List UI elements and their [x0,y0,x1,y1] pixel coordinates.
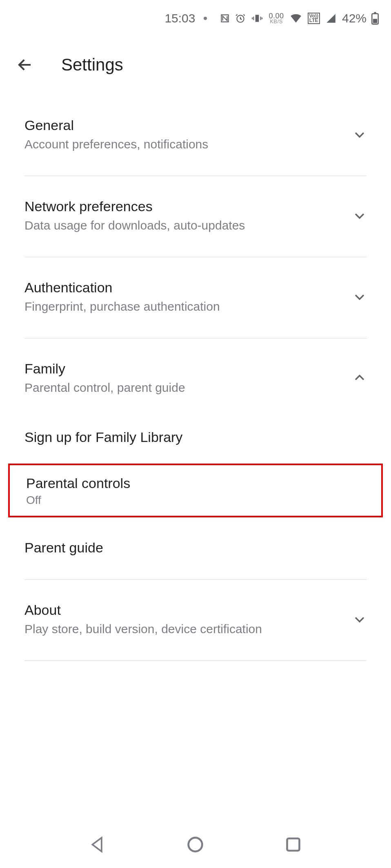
cell-signal-icon [325,13,337,24]
volte-bottom: LTE [309,18,318,23]
item-subtitle: Data usage for downloads, auto-updates [24,219,353,232]
settings-item-network[interactable]: Network preferences Data usage for downl… [24,176,367,257]
sub-item-family-library[interactable]: Sign up for Family Library [24,411,367,464]
data-speed-unit: KB/S [270,19,283,24]
item-subtitle: Parental control, parent guide [24,381,353,395]
nav-back-icon[interactable] [89,835,107,854]
status-bar: 15:03 0.00 KB/S Vo)) LTE 42% [0,0,391,37]
alarm-icon [235,13,246,24]
settings-item-authentication[interactable]: Authentication Fingerprint, purchase aut… [24,257,367,338]
chevron-down-icon [353,128,367,141]
chevron-down-icon [353,290,367,304]
item-title: Family [24,361,353,377]
settings-text: Authentication Fingerprint, purchase aut… [24,280,353,314]
data-speed-indicator: 0.00 KB/S [269,13,284,24]
settings-item-family[interactable]: Family Parental control, parent guide [24,338,367,411]
vibrate-icon [251,13,264,24]
nfc-icon [220,13,230,24]
chevron-down-icon [353,612,367,626]
item-title: About [24,602,353,618]
sub-item-title: Parental controls [26,475,365,491]
battery-percentage: 42% [342,11,367,25]
settings-text: Network preferences Data usage for downl… [24,199,353,232]
item-title: Network preferences [24,199,353,214]
item-subtitle: Fingerprint, purchase authentication [24,300,353,314]
wifi-icon [289,13,303,24]
svg-rect-1 [255,15,259,22]
item-subtitle: Play store, build version, device certif… [24,622,353,636]
page-title: Settings [61,55,123,75]
settings-text: About Play store, build version, device … [24,602,353,636]
item-title: General [24,117,353,133]
status-separator-dot [204,17,207,20]
settings-list: General Account preferences, notificatio… [0,95,391,661]
volte-indicator: Vo)) LTE [308,13,320,24]
chevron-up-icon [353,371,367,385]
svg-rect-3 [374,12,376,14]
sub-item-parent-guide[interactable]: Parent guide [24,517,367,580]
sub-item-status: Off [26,494,365,507]
nav-home-icon[interactable] [186,835,204,854]
navigation-bar [0,821,391,868]
sub-item-title: Sign up for Family Library [24,429,367,445]
item-subtitle: Account preferences, notifications [24,137,353,151]
battery-icon [371,12,379,25]
chevron-down-icon [353,209,367,223]
settings-item-about[interactable]: About Play store, build version, device … [24,580,367,661]
status-time: 15:03 [164,11,195,25]
nav-recent-icon[interactable] [284,835,302,854]
settings-text: Family Parental control, parent guide [24,361,353,395]
settings-text: General Account preferences, notificatio… [24,117,353,151]
svg-rect-4 [373,19,377,23]
sub-item-title: Parent guide [24,540,367,556]
settings-item-general[interactable]: General Account preferences, notificatio… [24,95,367,176]
item-title: Authentication [24,280,353,296]
svg-rect-6 [287,839,299,851]
svg-point-5 [189,838,202,852]
sub-item-parental-controls[interactable]: Parental controls Off [8,464,383,517]
back-arrow-icon[interactable] [16,56,33,73]
app-bar: Settings [0,37,391,95]
status-icons-group: 0.00 KB/S Vo)) LTE 42% [220,11,379,25]
